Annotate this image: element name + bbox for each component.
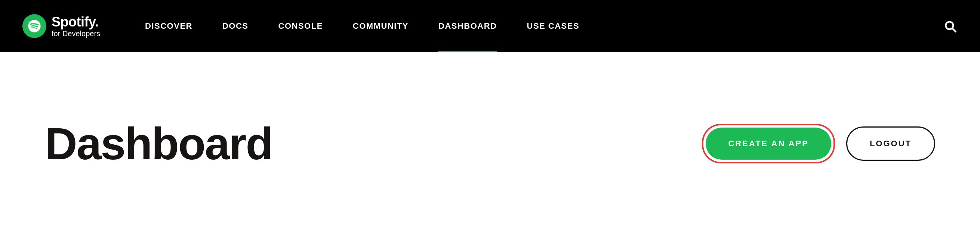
create-app-highlight-border: CREATE AN APP xyxy=(702,124,835,163)
nav-item-docs[interactable]: DOCS xyxy=(207,0,264,52)
logo-for-developers-text: for Developers xyxy=(52,30,100,38)
create-app-button[interactable]: CREATE AN APP xyxy=(706,128,831,160)
logout-button[interactable]: LOGOUT xyxy=(846,126,935,161)
nav-item-discover[interactable]: DISCOVER xyxy=(130,0,207,52)
logo-spotify-text: Spotify. xyxy=(52,14,100,30)
nav-item-community[interactable]: COMMUNITY xyxy=(338,0,423,52)
search-button[interactable] xyxy=(943,19,958,33)
search-icon xyxy=(943,19,958,33)
main-content: Dashboard CREATE AN APP LOGOUT xyxy=(0,52,980,235)
nav-item-use-cases[interactable]: USE CASES xyxy=(512,0,595,52)
action-buttons: CREATE AN APP LOGOUT xyxy=(702,124,935,163)
logo-text: Spotify. for Developers xyxy=(52,14,100,38)
nav-item-dashboard[interactable]: DASHBOARD xyxy=(423,0,512,52)
main-nav: Spotify. for Developers DISCOVER DOCS CO… xyxy=(0,0,980,52)
spotify-logo-icon xyxy=(22,14,46,38)
page-title: Dashboard xyxy=(45,121,702,166)
nav-item-console[interactable]: CONSOLE xyxy=(264,0,338,52)
nav-links: DISCOVER DOCS CONSOLE COMMUNITY DASHBOAR… xyxy=(130,0,943,52)
logo[interactable]: Spotify. for Developers xyxy=(22,14,100,38)
